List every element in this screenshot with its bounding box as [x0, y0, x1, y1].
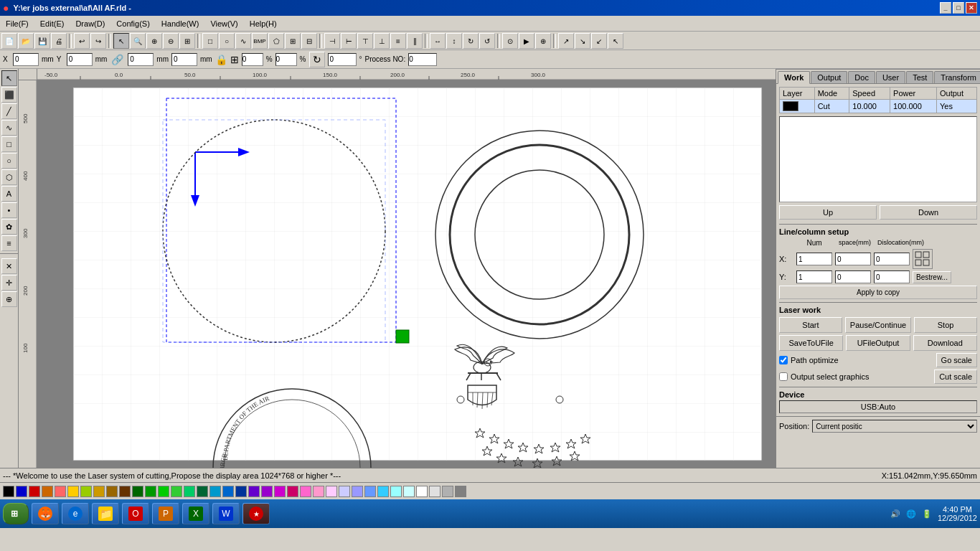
taskbar-outlook[interactable]: O: [122, 503, 149, 524]
taskbar-ie[interactable]: e: [62, 503, 89, 524]
rotate-ccw[interactable]: ↺: [479, 33, 495, 49]
download-button[interactable]: Download: [913, 335, 977, 351]
align-vcenter[interactable]: ‖: [407, 33, 423, 49]
color-green3[interactable]: [158, 486, 169, 497]
color-green4[interactable]: [171, 486, 182, 497]
position-dropdown[interactable]: Current positic: [812, 420, 977, 433]
polygon-tool[interactable]: ⬡: [1, 169, 17, 185]
color-lightgray[interactable]: [429, 486, 440, 497]
color-white[interactable]: [416, 486, 428, 497]
color-paleblue[interactable]: [403, 486, 415, 497]
bezier-button[interactable]: ∿: [235, 33, 251, 49]
taskbar-folder[interactable]: 📁: [92, 503, 119, 524]
color-darkgray[interactable]: [455, 486, 466, 497]
delete-tool[interactable]: ✕: [1, 258, 17, 274]
redo-button[interactable]: ↪: [90, 33, 106, 49]
color-cyan2[interactable]: [377, 486, 389, 497]
color-red[interactable]: [29, 486, 40, 497]
lc-x-num[interactable]: [796, 253, 832, 265]
lc-y-disloc[interactable]: [874, 270, 910, 283]
color-lightblue2[interactable]: [352, 486, 363, 497]
rect-button[interactable]: □: [202, 33, 218, 49]
menu-edit[interactable]: Edit(E): [34, 16, 70, 31]
color-teal[interactable]: [184, 486, 195, 497]
taskbar-firefox[interactable]: 🦊: [32, 503, 59, 524]
color-cornblue[interactable]: [364, 486, 376, 497]
path-optimize-checkbox[interactable]: [779, 356, 788, 364]
height-input[interactable]: [171, 53, 197, 66]
start-button[interactable]: ⊞: [3, 503, 29, 524]
color-green2[interactable]: [145, 486, 156, 497]
menu-view[interactable]: View(V): [204, 16, 243, 31]
undo-button[interactable]: ↩: [74, 33, 90, 49]
point-tool[interactable]: •: [1, 202, 17, 218]
capture-tool[interactable]: ✿: [1, 219, 17, 235]
align-bottom[interactable]: ⊥: [374, 33, 390, 49]
align-top[interactable]: ⊤: [357, 33, 373, 49]
tab-doc[interactable]: Doc: [848, 71, 875, 83]
cutscale-button[interactable]: Cut scale: [934, 369, 977, 384]
menu-draw[interactable]: Draw(D): [70, 16, 110, 31]
node-tool[interactable]: ⬛: [1, 87, 17, 103]
color-magenta[interactable]: [274, 486, 286, 497]
bmp-button[interactable]: BMP: [252, 33, 268, 49]
laser-origin[interactable]: ⊙: [502, 33, 518, 49]
color-yellow[interactable]: [67, 486, 79, 497]
color-pink[interactable]: [287, 486, 298, 497]
tab-transform[interactable]: Transform: [934, 71, 980, 83]
up-button[interactable]: Up: [779, 205, 877, 220]
text-tool[interactable]: A: [1, 186, 17, 202]
color-periwinkle[interactable]: [339, 486, 350, 497]
color-orange[interactable]: [42, 486, 53, 497]
menu-config[interactable]: Config(S): [110, 16, 155, 31]
align-left[interactable]: ⊣: [324, 33, 340, 49]
color-brown2[interactable]: [106, 486, 118, 497]
x-input[interactable]: [13, 53, 39, 66]
zoomfit-button[interactable]: ⊞: [179, 33, 195, 49]
mirror-h[interactable]: ↔: [430, 33, 446, 49]
rotate-cw[interactable]: ↻: [463, 33, 479, 49]
minimize-button[interactable]: _: [940, 2, 951, 14]
color-lightgreen[interactable]: [80, 486, 92, 497]
color-lightred[interactable]: [55, 486, 66, 497]
zoomout-button[interactable]: ⊖: [163, 33, 179, 49]
color-darkbrown[interactable]: [119, 486, 131, 497]
group-button[interactable]: ⊞: [285, 33, 301, 49]
mirror-v[interactable]: ↕: [446, 33, 462, 49]
open-button[interactable]: 📂: [18, 33, 34, 49]
output-select-checkbox[interactable]: [779, 372, 788, 381]
process-input[interactable]: [408, 53, 437, 66]
color-purple[interactable]: [248, 486, 260, 497]
move-tool[interactable]: ✛: [1, 275, 17, 291]
rect-tool[interactable]: □: [1, 136, 17, 152]
more-tool[interactable]: ≡: [1, 235, 17, 251]
lc-x-space[interactable]: [835, 253, 871, 265]
line-tool[interactable]: ╱: [1, 103, 17, 119]
poly-button[interactable]: ⬠: [268, 33, 284, 49]
zoom-tool2[interactable]: ⊕: [1, 291, 17, 307]
zoomin-button[interactable]: ⊕: [146, 33, 162, 49]
color-gray[interactable]: [442, 486, 453, 497]
menu-file[interactable]: File(F): [0, 16, 34, 31]
canvas[interactable]: DEPARTMENT OF THE AIR FORCE MCMXLVII UNI…: [37, 80, 776, 468]
close-button[interactable]: ✕: [966, 2, 977, 14]
pct2-input[interactable]: [275, 53, 297, 66]
cursor3[interactable]: ↙: [591, 33, 607, 49]
width-input[interactable]: [128, 53, 154, 66]
rotate-cw-btn[interactable]: ↻: [309, 52, 325, 67]
lc-x-disloc[interactable]: [874, 253, 910, 265]
color-blue[interactable]: [16, 486, 27, 497]
tab-work[interactable]: Work: [778, 71, 810, 84]
simulate[interactable]: ▶: [519, 33, 534, 49]
apply-copy-button[interactable]: Apply to copy: [779, 286, 977, 299]
ellipse-tool[interactable]: ○: [1, 153, 17, 169]
pause-button[interactable]: Pause/Continue: [845, 317, 911, 333]
layer-row[interactable]: Cut 10.000 100.000 Yes: [780, 100, 977, 113]
color-lavender[interactable]: [326, 486, 337, 497]
ufileoutput-button[interactable]: UFileOutput: [846, 335, 910, 351]
tab-test[interactable]: Test: [906, 71, 933, 83]
select-tool[interactable]: ↖: [1, 70, 17, 86]
maximize-button[interactable]: □: [953, 2, 964, 14]
color-lightpink[interactable]: [300, 486, 311, 497]
cursor2[interactable]: ↘: [575, 33, 590, 49]
